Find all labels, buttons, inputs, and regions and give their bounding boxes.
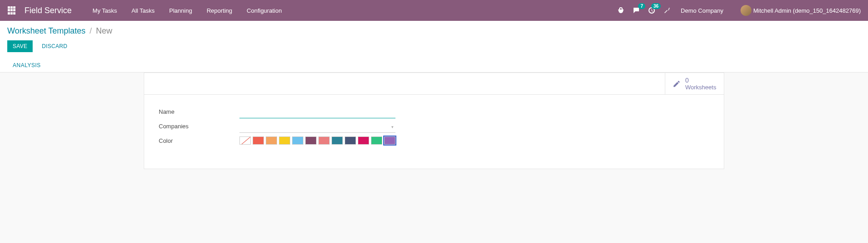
main-navbar: Field Service My Tasks All Tasks Plannin…: [0, 0, 868, 21]
control-panel: Worksheet Templates / New Save Discard A…: [0, 21, 868, 73]
tab-analysis[interactable]: Analysis: [7, 58, 46, 72]
name-input[interactable]: [239, 107, 395, 118]
activities-badge: 36: [651, 3, 661, 9]
companies-input[interactable]: [239, 122, 395, 133]
companies-label: Companies: [159, 120, 236, 135]
messaging-icon[interactable]: 7: [633, 7, 640, 14]
button-box: 0 Worksheets: [144, 73, 724, 95]
action-buttons: Save Discard: [7, 40, 861, 52]
menu-planning[interactable]: Planning: [162, 0, 200, 21]
breadcrumb-current: New: [96, 26, 112, 35]
pencil-icon: [673, 80, 681, 88]
menu-all-tasks[interactable]: All Tasks: [124, 0, 162, 21]
color-swatch-4[interactable]: [292, 136, 303, 145]
color-swatch-7[interactable]: [332, 136, 343, 145]
main-menu: My Tasks All Tasks Planning Reporting Co…: [85, 0, 289, 21]
save-button[interactable]: Save: [7, 40, 33, 52]
activities-icon[interactable]: 36: [648, 7, 655, 14]
color-swatch-5[interactable]: [305, 136, 317, 145]
color-swatch-1[interactable]: [253, 136, 264, 145]
apps-menu-icon[interactable]: [7, 6, 16, 15]
menu-reporting[interactable]: Reporting: [200, 0, 239, 21]
form-sheet: 0 Worksheets Name Companies: [144, 73, 724, 169]
name-label: Name: [159, 106, 236, 120]
color-swatch-6[interactable]: [318, 136, 330, 145]
color-swatch-11[interactable]: [384, 136, 395, 145]
content-area: 0 Worksheets Name Companies: [0, 73, 868, 180]
menu-configuration[interactable]: Configuration: [239, 0, 289, 21]
color-swatch-3[interactable]: [279, 136, 290, 145]
systray: 7 36 Demo Company Mitchell Admin (demo_1…: [617, 5, 861, 16]
breadcrumb: Worksheet Templates / New: [7, 26, 861, 36]
color-swatch-9[interactable]: [358, 136, 369, 145]
user-menu[interactable]: Mitchell Admin (demo_150_1642482769): [741, 5, 861, 16]
worksheets-label: Worksheets: [685, 84, 716, 91]
form-body: Name Companies ▾: [144, 95, 724, 169]
settings-icon[interactable]: [663, 7, 671, 14]
debug-icon[interactable]: [617, 7, 624, 14]
menu-my-tasks[interactable]: My Tasks: [85, 0, 124, 21]
color-label: Color: [159, 135, 236, 147]
messaging-badge: 7: [638, 3, 645, 9]
app-title[interactable]: Field Service: [24, 6, 72, 15]
color-swatch-8[interactable]: [345, 136, 356, 145]
discard-button[interactable]: Discard: [36, 40, 73, 52]
view-tabs: Analysis: [7, 58, 861, 72]
breadcrumb-parent[interactable]: Worksheet Templates: [7, 26, 85, 35]
company-switcher[interactable]: Demo Company: [681, 7, 723, 14]
worksheets-count: 0: [685, 77, 716, 84]
user-name-label: Mitchell Admin (demo_150_1642482769): [753, 7, 861, 14]
color-swatch-0[interactable]: [239, 136, 251, 145]
color-swatch-10[interactable]: [371, 136, 382, 145]
color-swatch-2[interactable]: [266, 136, 277, 145]
avatar: [741, 5, 751, 16]
worksheets-stat-button[interactable]: 0 Worksheets: [665, 73, 724, 94]
color-picker: [239, 136, 395, 145]
